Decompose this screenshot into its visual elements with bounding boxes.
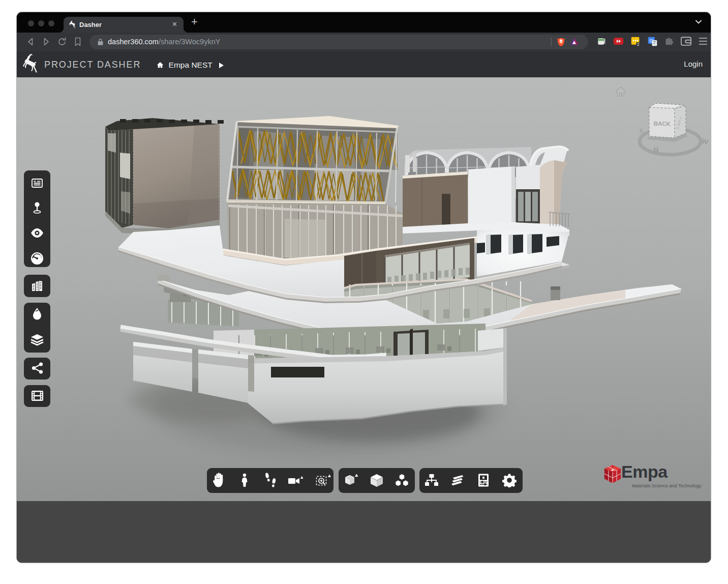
svg-text:BACK: BACK [653, 120, 671, 127]
svg-text:2: 2 [637, 43, 639, 46]
